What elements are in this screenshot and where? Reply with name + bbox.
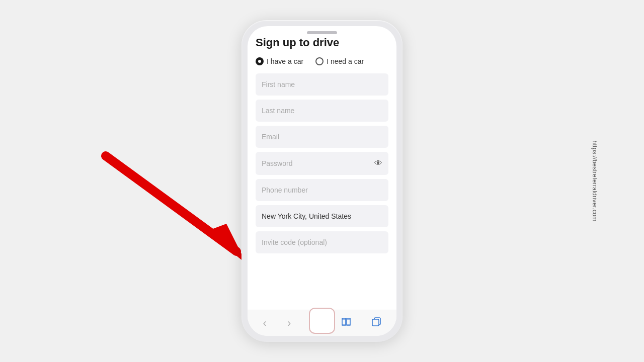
red-arrow — [75, 141, 267, 272]
last-name-placeholder: Last name — [262, 107, 294, 115]
phone-placeholder: Phone number — [262, 186, 308, 194]
radio-need-car-label: I need a car — [327, 57, 364, 65]
browser-tabs-button[interactable] — [369, 314, 384, 332]
page-title: Sign up to drive — [256, 36, 388, 49]
email-placeholder: Email — [262, 133, 279, 141]
side-watermark: https://bestreferraldriver.com — [591, 140, 598, 221]
last-name-field[interactable]: Last name — [256, 100, 388, 122]
browser-forward-button[interactable]: › — [284, 314, 294, 333]
phone-screen: Sign up to drive I have a car I need a c… — [248, 26, 396, 336]
browser-bookmarks-button[interactable] — [338, 314, 354, 332]
radio-have-car-label: I have a car — [267, 57, 303, 65]
phone-home-button[interactable] — [309, 308, 335, 334]
password-placeholder: Password — [262, 159, 292, 167]
screen-content: Sign up to drive I have a car I need a c… — [248, 26, 396, 310]
svg-rect-3 — [372, 319, 379, 326]
radio-option-have-car[interactable]: I have a car — [256, 57, 303, 65]
phone-field[interactable]: Phone number — [256, 179, 388, 201]
password-field[interactable]: Password 👁 — [256, 152, 388, 175]
invite-code-placeholder: Invite code (optional) — [262, 238, 327, 246]
radio-option-need-car[interactable]: I need a car — [315, 57, 364, 65]
location-field[interactable]: New York City, United States — [256, 205, 388, 227]
radio-need-car-indicator — [315, 57, 324, 65]
svg-line-1 — [106, 156, 236, 251]
phone-frame: Sign up to drive I have a car I need a c… — [242, 20, 403, 342]
svg-marker-2 — [206, 224, 247, 264]
radio-have-car-indicator — [256, 57, 264, 65]
invite-code-field[interactable]: Invite code (optional) — [256, 231, 388, 253]
location-value: New York City, United States — [262, 212, 351, 220]
phone-speaker — [307, 31, 337, 34]
first-name-field[interactable]: First name — [256, 73, 388, 96]
password-toggle-icon[interactable]: 👁 — [374, 159, 382, 168]
email-field[interactable]: Email — [256, 126, 388, 148]
radio-group: I have a car I need a car — [256, 57, 388, 65]
browser-back-button[interactable]: ‹ — [260, 314, 270, 333]
first-name-placeholder: First name — [262, 80, 295, 88]
